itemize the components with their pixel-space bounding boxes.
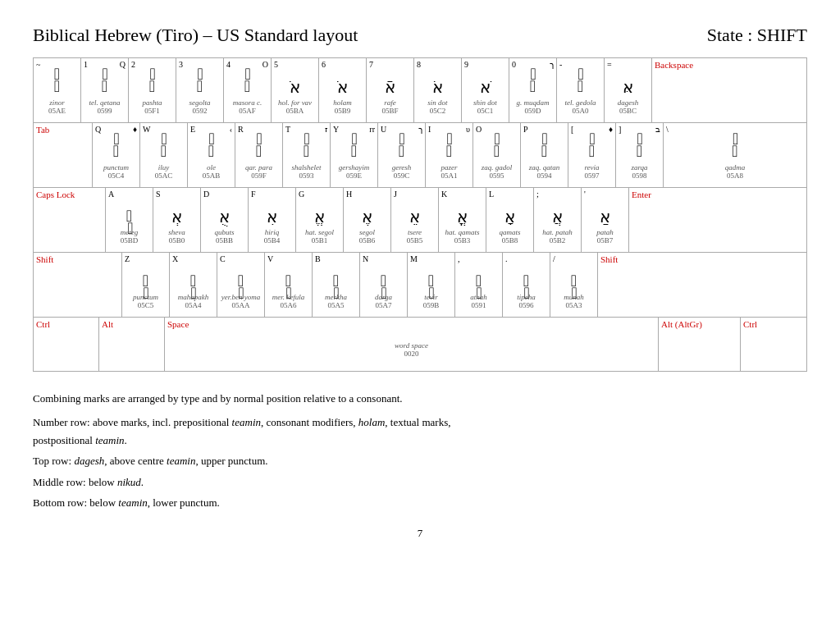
caps-row: Caps Lock A א֭ meteg 05BD S אְ sheva 05B… <box>34 188 806 253</box>
key-w[interactable]: W א֬ iluy 05AC <box>140 123 188 187</box>
shift-row: Shift Z אׅ punctum 05C5 X א֤ mahapakh 05… <box>34 253 806 318</box>
key-f[interactable]: F אִ hiriq 05B4 <box>249 188 296 252</box>
key-equals[interactable]: = אּ dagesh 05BC <box>605 58 652 122</box>
key-comma[interactable]: , א֑ atnah 0591 <box>455 253 503 317</box>
key-space[interactable]: Space word space 0020 <box>165 318 659 371</box>
key-j[interactable]: J אֵ tsere 05B5 <box>391 188 439 252</box>
key-c[interactable]: C א֪ yer.ben yoma 05AA <box>217 253 265 317</box>
tab-row: Tab Q♦ אׄ punctum 05C4 W א֬ iluy 05AC E‹… <box>34 123 806 188</box>
note-5: Bottom row: below teamin, lower punctum. <box>33 494 492 511</box>
key-m[interactable]: M א֛ tevir 059B <box>408 253 455 317</box>
key-u[interactable]: Uך א֜ geresh 059C <box>378 123 426 187</box>
note-1: Combining marks are arranged by type and… <box>33 390 492 407</box>
key-y[interactable]: Yrr א֞ gershayim 059E <box>331 123 378 187</box>
key-e[interactable]: E‹ א֫ ole 05AB <box>188 123 235 187</box>
key-3[interactable]: 3 א֒ segolta 0592 <box>176 58 224 122</box>
key-ralt[interactable]: Alt (AltGr) <box>659 318 741 371</box>
notes-section: Combining marks are arranged by type and… <box>33 390 492 512</box>
key-lbracket[interactable]: [♦ א֗ revia 0597 <box>568 123 616 187</box>
key-p[interactable]: P א֔ zaq. qatan 0594 <box>521 123 568 187</box>
key-minus[interactable]: - א֠ tel. gedola 05A0 <box>557 58 605 122</box>
key-6[interactable]: 6 אֹ holam 05B9 <box>319 58 367 122</box>
key-b[interactable]: B א֥ merkha 05A5 <box>313 253 360 317</box>
note-2: Number row: above marks, incl. prepositi… <box>33 414 492 449</box>
key-period[interactable]: . א֖ tipeha 0596 <box>503 253 550 317</box>
key-8[interactable]: 8 אׂ sin dot 05C2 <box>414 58 462 122</box>
key-k[interactable]: K אֳ hat. qamats 05B3 <box>439 188 486 252</box>
key-capslock[interactable]: Caps Lock <box>34 188 106 252</box>
key-5[interactable]: 5 אֺ hol. for vav 05BA <box>272 58 319 122</box>
key-0[interactable]: 0ך א֝ g. muqdam 059D <box>509 58 557 122</box>
key-rbracket[interactable]: ]ב א֘ zarqa 0598 <box>616 123 664 187</box>
key-t[interactable]: Tז א֓ shalshelet 0593 <box>283 123 331 187</box>
note-3: Top row: dagesh, above centre teamin, up… <box>33 452 492 469</box>
key-q[interactable]: Q♦ אׄ punctum 05C4 <box>93 123 140 187</box>
title-text: Biblical Hebrew (Tiro) – US Standard lay… <box>33 25 358 46</box>
key-rshift[interactable]: Shift <box>598 253 806 317</box>
key-a[interactable]: A א֭ meteg 05BD <box>106 188 153 252</box>
key-lctrl[interactable]: Ctrl <box>34 318 99 371</box>
key-l[interactable]: L אָ qamats 05B8 <box>486 188 534 252</box>
key-semicolon[interactable]: ; אֲ hat. patah 05B2 <box>534 188 582 252</box>
key-v[interactable]: V א֦ mer. kefula 05A6 <box>265 253 313 317</box>
page-number: 7 <box>33 527 807 540</box>
key-z[interactable]: Z אׅ punctum 05C5 <box>122 253 170 317</box>
state-label: State : SHIFT <box>707 25 807 46</box>
key-d[interactable]: D אֻ qubuts 05BB <box>201 188 249 252</box>
key-tab[interactable]: Tab <box>34 123 93 187</box>
key-9[interactable]: 9 אׁ shin dot 05C1 <box>462 58 509 122</box>
key-lshift[interactable]: Shift <box>34 253 122 317</box>
key-1[interactable]: 1Q א֙ tel. qetana 0599 <box>81 58 129 122</box>
key-backspace[interactable]: Backspace <box>652 58 806 122</box>
key-n[interactable]: N א֧ darga 05A7 <box>360 253 408 317</box>
key-7[interactable]: 7 אֿ rafe 05BF <box>367 58 414 122</box>
key-tilde[interactable]: ~ א֮ zinor 05AE <box>34 58 81 122</box>
bottom-row: Ctrl Alt Space word space 0020 Alt (AltG… <box>34 318 806 371</box>
key-slash[interactable]: / א֣ munah 05A3 <box>550 253 598 317</box>
key-g[interactable]: G אֱ hat. segol 05B1 <box>296 188 344 252</box>
key-s[interactable]: S אְ sheva 05B0 <box>153 188 201 252</box>
key-lalt[interactable]: Alt <box>99 318 165 371</box>
key-rctrl[interactable]: Ctrl <box>741 318 806 371</box>
key-i[interactable]: Iυ א֡ pazer 05A1 <box>426 123 473 187</box>
key-4[interactable]: 4O א֯ masora c. 05AF <box>224 58 272 122</box>
key-x[interactable]: X א֤ mahapakh 05A4 <box>170 253 217 317</box>
page-title: Biblical Hebrew (Tiro) – US Standard lay… <box>33 25 807 46</box>
key-backslash[interactable]: \ א֨ qadma 05A8 <box>664 123 806 187</box>
key-enter[interactable]: Enter <box>629 188 806 252</box>
key-r[interactable]: R א֟ qar. para 059F <box>235 123 283 187</box>
number-row: ~ א֮ zinor 05AE 1Q א֙ tel. qetana 0599 2… <box>34 58 806 123</box>
key-o[interactable]: O א֕ zaq. gadol 0595 <box>473 123 521 187</box>
key-quote[interactable]: ' אַ patah 05B7 <box>582 188 629 252</box>
note-4: Middle row: below nikud. <box>33 473 492 491</box>
key-h[interactable]: H אֶ segol 05B6 <box>344 188 391 252</box>
key-2[interactable]: 2 א֝ pashta 05F1 <box>129 58 176 122</box>
keyboard: ~ א֮ zinor 05AE 1Q א֙ tel. qetana 0599 2… <box>33 57 807 372</box>
